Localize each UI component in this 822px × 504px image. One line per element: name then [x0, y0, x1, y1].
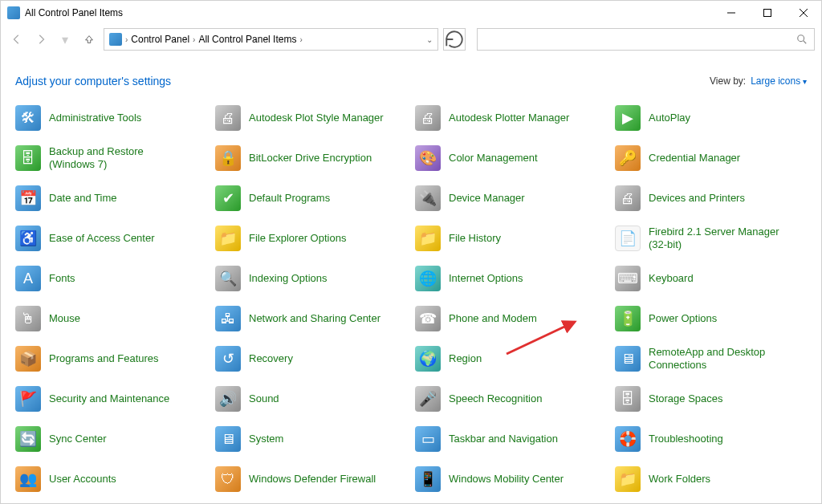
cpl-item-label: Device Manager — [449, 192, 525, 205]
cpl-item-label: Mouse — [49, 312, 80, 325]
cpl-item[interactable]: 🌍Region — [415, 344, 607, 373]
cpl-item[interactable]: 🖱Mouse — [15, 304, 207, 333]
chevron-right-icon: › — [193, 35, 195, 44]
cpl-item[interactable]: 🔄Sync Center — [15, 425, 207, 453]
cpl-item[interactable]: AFonts — [15, 264, 207, 293]
chevron-right-icon: › — [125, 35, 128, 44]
cpl-item[interactable]: 🌐Internet Options — [415, 264, 607, 293]
cpl-item[interactable]: 🛟Troubleshooting — [615, 425, 807, 453]
cpl-item-icon: ▶ — [615, 105, 641, 131]
cpl-item[interactable]: 🛡Windows Defender Firewall — [215, 465, 407, 494]
close-button[interactable] — [785, 1, 821, 25]
cpl-item[interactable]: 📄Firebird 2.1 Server Manager (32-bit) — [615, 224, 807, 253]
cpl-item[interactable]: 🔌Device Manager — [415, 184, 607, 213]
cpl-item-icon: 🖨 — [615, 185, 641, 211]
cpl-item-label: Sound — [249, 392, 279, 405]
cpl-item-icon: 🚩 — [15, 386, 41, 412]
cpl-item[interactable]: 🖥System — [215, 425, 407, 453]
cpl-item[interactable]: ▶AutoPlay — [615, 104, 807, 132]
cpl-item-label: User Accounts — [49, 473, 116, 486]
cpl-item[interactable]: 📁File Explorer Options — [215, 224, 407, 253]
cpl-item[interactable]: 📁Work Folders — [615, 465, 807, 494]
cpl-item[interactable]: ✔Default Programs — [215, 184, 407, 213]
cpl-item[interactable]: 🖥RemoteApp and Desktop Connections — [615, 344, 807, 373]
cpl-item[interactable]: ▭Taskbar and Navigation — [415, 425, 607, 453]
cpl-item[interactable]: 🚩Security and Maintenance — [15, 384, 207, 413]
cpl-item[interactable]: 🔊Sound — [215, 384, 407, 413]
cpl-item-label: Speech Recognition — [449, 392, 542, 405]
cpl-item-label: Security and Maintenance — [49, 392, 169, 405]
breadcrumb-current[interactable]: All Control Panel Items — [198, 34, 296, 45]
cpl-item-icon: 🎨 — [415, 145, 441, 171]
chevron-down-icon[interactable]: ⌄ — [426, 35, 433, 44]
cpl-item[interactable]: 🎤Speech Recognition — [415, 384, 607, 413]
cpl-item[interactable]: 🖨Devices and Printers — [615, 184, 807, 213]
address-bar[interactable]: › Control Panel › All Control Panel Item… — [104, 28, 438, 51]
cpl-item[interactable]: 🖨Autodesk Plot Style Manager — [215, 104, 407, 132]
recent-dropdown[interactable]: ▾ — [55, 30, 75, 49]
search-input[interactable] — [477, 28, 815, 51]
breadcrumb-root[interactable]: Control Panel — [131, 34, 189, 45]
window-title: All Control Panel Items — [25, 7, 713, 18]
cpl-item-icon: 🌍 — [415, 346, 441, 372]
cpl-item[interactable]: ☎Phone and Modem — [415, 304, 607, 333]
cpl-item[interactable]: 🖧Network and Sharing Center — [215, 304, 407, 333]
cpl-item-label: Autodesk Plotter Manager — [449, 112, 569, 124]
cpl-item[interactable]: 🔋Power Options — [615, 304, 807, 333]
header: Adjust your computer's settings View by:… — [1, 54, 821, 96]
cpl-item-label: Sync Center — [49, 433, 107, 445]
cpl-item[interactable]: 🗄Backup and Restore (Windows 7) — [15, 144, 207, 173]
cpl-item[interactable]: ⌨Keyboard — [615, 264, 807, 293]
cpl-item[interactable]: ♿Ease of Access Center — [15, 224, 207, 253]
cpl-item[interactable]: ↺Recovery — [215, 344, 407, 373]
svg-point-4 — [798, 35, 804, 42]
svg-line-5 — [804, 41, 807, 44]
cpl-item-icon: 🛠 — [15, 105, 41, 131]
cpl-item-icon: 🔍 — [215, 266, 241, 291]
cpl-item-label: Devices and Printers — [649, 192, 745, 205]
cpl-item-icon: 🖨 — [415, 105, 441, 131]
cpl-item[interactable]: 🔑Credential Manager — [615, 144, 807, 173]
cpl-item-label: Storage Spaces — [649, 392, 723, 405]
cpl-item-icon: 🌐 — [415, 266, 441, 291]
cpl-item[interactable]: 🎨Color Management — [415, 144, 607, 173]
cpl-item[interactable]: 🔒BitLocker Drive Encryption — [215, 144, 407, 173]
cpl-item-icon: 🛡 — [215, 466, 241, 492]
refresh-button[interactable] — [443, 28, 466, 51]
cpl-item[interactable]: 👥User Accounts — [15, 465, 207, 494]
cpl-item[interactable]: 🔍Indexing Options — [215, 264, 407, 293]
cpl-item-icon: 🖱 — [15, 306, 41, 331]
cpl-item[interactable]: 📦Programs and Features — [15, 344, 207, 373]
back-button[interactable] — [7, 30, 26, 49]
cpl-item-label: Network and Sharing Center — [249, 312, 380, 325]
cpl-item-label: Windows Mobility Center — [449, 473, 564, 486]
forward-button[interactable] — [31, 30, 51, 49]
cpl-item[interactable]: 📁File History — [415, 224, 607, 253]
items-grid: 🛠Administrative Tools🖨Autodesk Plot Styl… — [1, 96, 821, 504]
search-icon — [796, 34, 808, 45]
viewby-dropdown[interactable]: Large icons — [751, 75, 807, 87]
cpl-item[interactable]: 📅Date and Time — [15, 184, 207, 213]
cpl-item-icon: 📁 — [415, 226, 441, 251]
control-panel-icon — [109, 33, 122, 46]
cpl-item-label: Backup and Restore (Windows 7) — [49, 145, 185, 172]
cpl-item-label: Programs and Features — [49, 352, 159, 365]
cpl-item-label: Date and Time — [49, 192, 117, 205]
cpl-item-icon: 📁 — [615, 466, 641, 492]
cpl-item-icon: 📦 — [15, 346, 41, 372]
cpl-item[interactable]: 🗄Storage Spaces — [615, 384, 807, 413]
cpl-item-icon: 🗄 — [15, 145, 41, 171]
cpl-item-label: Keyboard — [649, 272, 694, 285]
cpl-item[interactable]: 📱Windows Mobility Center — [415, 465, 607, 494]
up-button[interactable] — [79, 30, 99, 49]
cpl-item-label: File History — [449, 232, 501, 245]
cpl-item[interactable]: 🛠Administrative Tools — [15, 104, 207, 132]
minimize-button[interactable] — [713, 1, 749, 25]
maximize-button[interactable] — [749, 1, 785, 25]
cpl-item-label: Internet Options — [449, 272, 523, 285]
cpl-item-label: Default Programs — [249, 192, 330, 205]
cpl-item-icon: 🔌 — [415, 185, 441, 211]
cpl-item-icon: ↺ — [215, 346, 241, 372]
cpl-item-label: Color Management — [449, 152, 538, 165]
cpl-item[interactable]: 🖨Autodesk Plotter Manager — [415, 104, 607, 132]
